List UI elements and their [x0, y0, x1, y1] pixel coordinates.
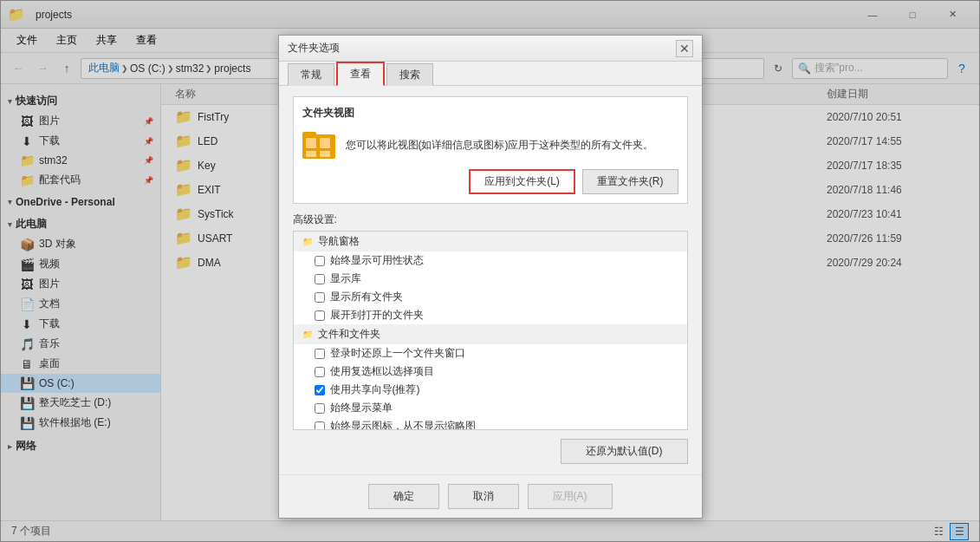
folder-grid-svg — [302, 129, 337, 160]
adv-item-1-4[interactable]: 始终显示图标，从不显示缩略图 — [294, 417, 687, 430]
modal-overlay: 文件夹选项 ✕ 常规 查看 搜索 文件夹视图 — [0, 0, 980, 542]
adv-checkbox-0-3[interactable] — [315, 310, 325, 321]
adv-item-0-2[interactable]: 显示所有文件夹 — [294, 288, 687, 306]
adv-group-nav: 📁 导航窗格 — [294, 232, 687, 251]
files-group-icon: 📁 — [301, 328, 315, 342]
modal-title-bar: 文件夹选项 ✕ — [279, 36, 702, 62]
nav-group-icon: 📁 — [301, 235, 315, 249]
adv-label-1-1: 使用复选框以选择项目 — [330, 364, 434, 379]
adv-item-1-0[interactable]: 登录时还原上一个文件夹窗口 — [294, 344, 687, 362]
modal-body: 文件夹视图 您可以将此视图(如详细信息或图标)应用于这种类型 — [279, 86, 702, 474]
adv-label-0-1: 显示库 — [330, 271, 361, 286]
adv-checkbox-0-1[interactable] — [315, 274, 325, 284]
modal-tab-view[interactable]: 查看 — [336, 62, 385, 86]
adv-checkbox-0-0[interactable] — [315, 256, 325, 266]
reset-folders-button[interactable]: 重置文件夹(R) — [582, 169, 678, 194]
svg-rect-4 — [306, 151, 316, 157]
modal-close-button[interactable]: ✕ — [676, 40, 693, 57]
adv-label-0-0: 始终显示可用性状态 — [330, 253, 424, 268]
folder-preview-icon — [302, 127, 337, 162]
adv-item-1-1[interactable]: 使用复选框以选择项目 — [294, 362, 687, 381]
adv-item-0-0[interactable]: 始终显示可用性状态 — [294, 251, 687, 270]
svg-rect-5 — [320, 151, 330, 157]
modal-tab-search[interactable]: 搜索 — [386, 63, 433, 86]
adv-group-files: 📁 文件和文件夹 — [294, 324, 687, 344]
restore-defaults-row: 还原为默认值(D) — [293, 439, 688, 464]
folder-view-section: 文件夹视图 您可以将此视图(如详细信息或图标)应用于这种类型 — [293, 96, 688, 204]
advanced-list[interactable]: 📁 导航窗格 始终显示可用性状态 显示库 显示所有文件夹 展开到打 — [293, 231, 688, 430]
folder-view-desc: 您可以将此视图(如详细信息或图标)应用于这种类型的所有文件夹。 — [346, 138, 678, 153]
adv-checkbox-1-2[interactable] — [315, 385, 325, 395]
folder-view-content: 您可以将此视图(如详细信息或图标)应用于这种类型的所有文件夹。 — [302, 127, 678, 162]
adv-item-1-2[interactable]: 使用共享向导(推荐) — [294, 381, 687, 399]
svg-rect-3 — [320, 138, 330, 148]
apply-to-folder-button[interactable]: 应用到文件夹(L) — [469, 169, 575, 194]
modal-footer: 确定 取消 应用(A) — [279, 474, 702, 518]
svg-rect-1 — [302, 132, 316, 137]
adv-item-0-3[interactable]: 展开到打开的文件夹 — [294, 306, 687, 324]
adv-label-1-0: 登录时还原上一个文件夹窗口 — [330, 346, 465, 361]
adv-checkbox-1-3[interactable] — [315, 403, 325, 414]
modal-tabs: 常规 查看 搜索 — [279, 62, 702, 86]
adv-label-1-4: 始终显示图标，从不显示缩略图 — [330, 419, 476, 430]
modal-dialog: 文件夹选项 ✕ 常规 查看 搜索 文件夹视图 — [278, 35, 703, 519]
folder-view-title: 文件夹视图 — [302, 106, 678, 121]
adv-item-1-3[interactable]: 始终显示菜单 — [294, 399, 687, 417]
adv-label-1-3: 始终显示菜单 — [330, 401, 393, 415]
adv-checkbox-1-0[interactable] — [315, 349, 325, 359]
adv-checkbox-1-4[interactable] — [315, 421, 325, 431]
adv-item-0-1[interactable]: 显示库 — [294, 270, 687, 288]
ok-button[interactable]: 确定 — [368, 484, 439, 509]
adv-label-0-2: 显示所有文件夹 — [330, 290, 403, 304]
restore-defaults-button[interactable]: 还原为默认值(D) — [561, 439, 688, 464]
cancel-button[interactable]: 取消 — [448, 484, 519, 509]
modal-tab-general[interactable]: 常规 — [288, 63, 334, 86]
apply-button[interactable]: 应用(A) — [528, 484, 613, 509]
modal-title: 文件夹选项 — [288, 41, 676, 56]
folder-view-buttons: 应用到文件夹(L) 重置文件夹(R) — [302, 169, 678, 194]
files-group-label: 文件和文件夹 — [318, 327, 380, 342]
adv-checkbox-1-1[interactable] — [315, 367, 325, 377]
nav-group-label: 导航窗格 — [318, 234, 360, 249]
adv-label-0-3: 展开到打开的文件夹 — [330, 308, 424, 323]
advanced-title: 高级设置: — [293, 212, 688, 227]
adv-label-1-2: 使用共享向导(推荐) — [330, 382, 420, 397]
adv-checkbox-0-2[interactable] — [315, 292, 325, 303]
svg-rect-2 — [306, 138, 316, 148]
